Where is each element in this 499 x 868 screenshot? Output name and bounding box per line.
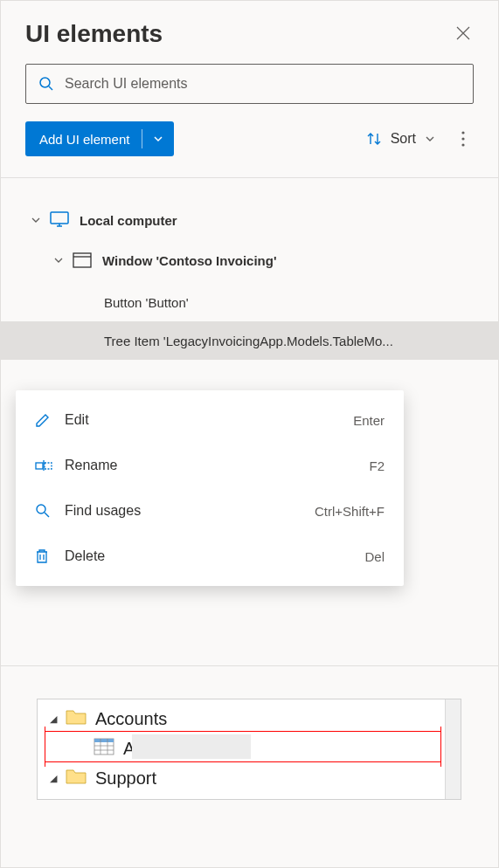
menu-item-shortcut: Enter xyxy=(353,413,385,428)
svg-point-13 xyxy=(37,505,45,513)
tree-node-window[interactable]: Window 'Contoso Invoicing' xyxy=(1,243,498,278)
close-button[interactable] xyxy=(453,21,474,48)
svg-line-14 xyxy=(45,513,49,517)
menu-item-label: Edit xyxy=(65,412,353,428)
menu-item-edit[interactable]: Edit Enter xyxy=(16,397,404,443)
chevron-down-icon xyxy=(153,134,163,144)
search-icon xyxy=(38,76,54,92)
expand-icon: ◢ xyxy=(50,773,62,784)
tree-node-tree-item[interactable]: Tree Item 'LegacyInvoicingApp.Models.Tab… xyxy=(1,321,498,360)
menu-item-label: Rename xyxy=(65,458,369,473)
menu-item-shortcut: F2 xyxy=(369,458,385,473)
menu-item-shortcut: Ctrl+Shift+F xyxy=(315,504,385,519)
chevron-down-icon xyxy=(54,256,63,265)
preview-label: Support xyxy=(95,768,156,789)
menu-item-shortcut: Del xyxy=(364,549,385,564)
folder-icon xyxy=(66,708,87,730)
chevron-down-icon xyxy=(31,216,40,224)
expand-icon: ◢ xyxy=(50,713,62,725)
tree-node-local-computer[interactable]: Local computer xyxy=(1,203,498,238)
tree-node-button[interactable]: Button 'Button' xyxy=(1,283,498,321)
menu-item-delete[interactable]: Delete Del xyxy=(16,534,404,579)
tree-node-label: Local computer xyxy=(80,213,177,228)
menu-item-find-usages[interactable]: Find usages Ctrl+Shift+F xyxy=(16,488,404,534)
svg-line-1 xyxy=(49,86,52,90)
sort-icon xyxy=(366,131,382,147)
preview-row: ◢ Support xyxy=(38,764,461,792)
svg-rect-8 xyxy=(73,253,91,267)
window-icon xyxy=(73,252,92,268)
svg-rect-5 xyxy=(51,212,68,224)
svg-point-4 xyxy=(461,143,464,146)
svg-point-3 xyxy=(461,137,464,140)
panel-title: UI elements xyxy=(25,20,163,48)
menu-item-rename[interactable]: Rename F2 xyxy=(16,443,404,488)
tree-node-label: Window 'Contoso Invoicing' xyxy=(102,253,276,268)
svg-point-2 xyxy=(461,131,464,134)
sort-label: Sort xyxy=(391,131,416,147)
search-box[interactable] xyxy=(25,64,474,104)
menu-item-label: Find usages xyxy=(65,503,315,519)
add-ui-element-button[interactable]: Add UI element xyxy=(25,121,174,156)
rename-icon xyxy=(35,458,52,472)
more-options-button[interactable] xyxy=(453,126,474,152)
chevron-down-icon xyxy=(425,134,435,144)
table-icon xyxy=(94,738,114,760)
add-button-label: Add UI element xyxy=(25,132,142,147)
context-menu: Edit Enter Rename F2 Find usages Ctrl+Sh… xyxy=(16,390,404,586)
svg-rect-11 xyxy=(45,463,52,469)
svg-point-0 xyxy=(40,78,50,87)
menu-item-label: Delete xyxy=(65,548,364,564)
folder-icon xyxy=(66,768,87,789)
tree-node-label: Button 'Button' xyxy=(104,295,189,310)
add-button-dropdown[interactable] xyxy=(142,134,174,144)
search-input[interactable] xyxy=(65,76,461,92)
svg-rect-16 xyxy=(94,739,114,742)
tree-node-label: Tree Item 'LegacyInvoicingApp.Models.Tab… xyxy=(104,334,393,348)
find-icon xyxy=(35,503,52,519)
edit-icon xyxy=(35,412,52,428)
close-icon xyxy=(456,26,470,40)
svg-rect-10 xyxy=(36,463,43,469)
ui-elements-tree: Local computer Window 'Contoso Invoicing… xyxy=(1,178,498,360)
scrollbar[interactable] xyxy=(445,699,461,799)
element-preview: ◢ Accounts Accounts ◢ Support xyxy=(37,699,461,800)
preview-row: ◢ Accounts xyxy=(38,705,461,733)
sort-button[interactable]: Sort xyxy=(359,126,442,152)
more-vertical-icon xyxy=(461,131,465,147)
monitor-icon xyxy=(50,211,69,229)
preview-label: Accounts xyxy=(95,709,167,729)
delete-icon xyxy=(35,548,52,564)
